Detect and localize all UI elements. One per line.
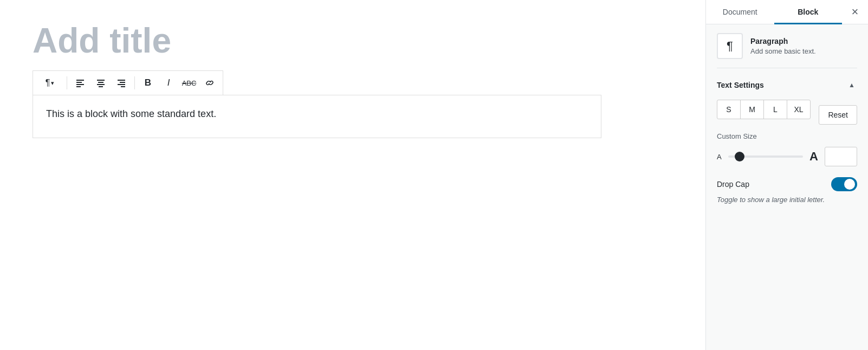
toggle-track[interactable] xyxy=(831,177,857,191)
block-type-card: ¶ Paragraph Add some basic text. xyxy=(717,33,857,68)
font-size-small-label: A xyxy=(717,153,722,161)
align-center-icon xyxy=(96,78,106,88)
svg-rect-6 xyxy=(97,84,105,85)
editor-area: Add title ¶ ▾ xyxy=(0,0,705,350)
svg-rect-10 xyxy=(118,84,125,85)
text-settings-section: Text Settings ▲ S M L XL Reset Custom Si… xyxy=(717,79,857,204)
font-size-input[interactable] xyxy=(825,147,857,166)
collapse-text-settings-button[interactable]: ▲ xyxy=(846,79,857,91)
text-settings-title: Text Settings xyxy=(717,81,764,89)
block-type-name: Paragraph xyxy=(750,37,816,46)
slider-row: A A xyxy=(717,147,857,166)
svg-rect-8 xyxy=(118,80,125,81)
link-icon xyxy=(205,78,215,88)
strikethrough-button[interactable]: ABC xyxy=(179,73,199,93)
svg-rect-4 xyxy=(97,80,105,81)
align-right-icon xyxy=(116,78,126,88)
toolbar-divider-2 xyxy=(134,76,135,89)
align-center-button[interactable] xyxy=(91,73,111,93)
block-content[interactable]: This is a block with some standard text. xyxy=(33,95,601,138)
svg-rect-11 xyxy=(121,86,125,87)
italic-button[interactable]: I xyxy=(159,73,178,93)
svg-rect-9 xyxy=(120,82,125,83)
sidebar-header: Document Block × xyxy=(706,0,868,24)
tab-document[interactable]: Document xyxy=(706,0,774,24)
toggle-thumb xyxy=(844,179,855,190)
bold-button[interactable]: B xyxy=(138,73,158,93)
font-size-xl-button[interactable]: XL xyxy=(787,100,811,119)
paragraph-type-button[interactable]: ¶ ▾ xyxy=(36,73,63,93)
text-settings-header: Text Settings ▲ xyxy=(717,79,857,91)
svg-rect-2 xyxy=(76,84,84,85)
block-type-description: Add some basic text. xyxy=(750,47,816,55)
font-size-slider-container xyxy=(728,151,803,162)
paragraph-block-icon: ¶ xyxy=(717,33,743,59)
custom-size-label: Custom Size xyxy=(717,132,857,140)
font-size-row: S M L XL Reset xyxy=(717,100,857,130)
font-size-m-button[interactable]: M xyxy=(740,100,764,119)
svg-rect-1 xyxy=(76,82,82,83)
tab-block[interactable]: Block xyxy=(774,0,843,24)
drop-cap-toggle[interactable] xyxy=(831,177,857,191)
font-size-l-button[interactable]: L xyxy=(763,100,787,119)
svg-rect-3 xyxy=(76,86,81,87)
title-placeholder[interactable]: Add title xyxy=(33,22,673,60)
sidebar: Document Block × ¶ Paragraph Add some ba… xyxy=(705,0,868,350)
drop-cap-hint: Toggle to show a large initial letter. xyxy=(717,196,857,204)
drop-cap-row: Drop Cap xyxy=(717,177,857,191)
align-right-button[interactable] xyxy=(112,73,131,93)
svg-rect-7 xyxy=(99,86,103,87)
sidebar-body: ¶ Paragraph Add some basic text. Text Se… xyxy=(706,24,868,350)
align-left-icon xyxy=(75,78,85,88)
block-type-info: Paragraph Add some basic text. xyxy=(750,37,816,55)
font-size-buttons: S M L XL xyxy=(717,100,810,119)
reset-font-size-button[interactable]: Reset xyxy=(819,105,857,125)
chevron-down-icon: ▾ xyxy=(51,80,54,87)
align-left-button[interactable] xyxy=(70,73,90,93)
font-size-large-label: A xyxy=(809,150,818,164)
font-size-slider[interactable] xyxy=(728,155,803,158)
close-button[interactable]: × xyxy=(842,0,868,24)
font-size-s-button[interactable]: S xyxy=(717,100,741,119)
svg-rect-5 xyxy=(98,82,103,83)
svg-rect-0 xyxy=(76,80,84,81)
link-button[interactable] xyxy=(200,73,219,93)
paragraph-icon: ¶ xyxy=(46,78,50,88)
drop-cap-label: Drop Cap xyxy=(717,180,749,189)
toolbar-divider-1 xyxy=(67,76,67,89)
block-toolbar: ¶ ▾ xyxy=(33,70,223,95)
